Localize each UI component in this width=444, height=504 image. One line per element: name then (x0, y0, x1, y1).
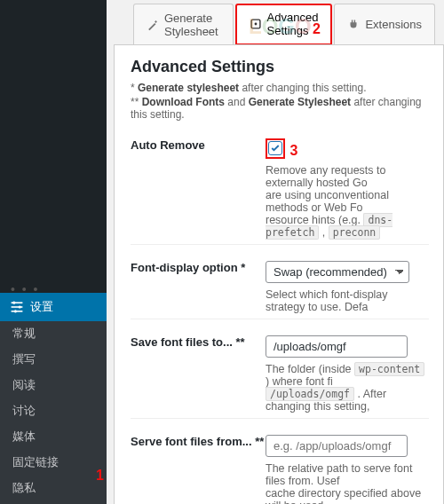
font-display-select[interactable]: Swap (recommended) (266, 261, 409, 283)
sidebar-item-reading[interactable]: 阅读 (0, 373, 107, 398)
sidebar-item-discussion[interactable]: 讨论 (0, 398, 107, 424)
annotation-1: 1 (96, 468, 104, 484)
row-save-to: Save font files to... ** The folder (ins… (131, 319, 429, 418)
row-serve-from: Serve font files from... ** The relative… (131, 418, 429, 504)
hint-2: ** Download Fonts and Generate Styleshee… (131, 96, 429, 121)
settings-icon (250, 18, 262, 30)
row-font-display: Font-display option * Swap (recommended)… (131, 244, 429, 319)
ellipsis-icon: • • • (0, 0, 107, 296)
help-font-display: Select which font-display strategy to us… (266, 288, 429, 313)
hint-1: * Generate stylesheet after changing thi… (131, 82, 429, 94)
sidebar-spacer: • • • (0, 0, 107, 293)
sidebar-item-writing[interactable]: 撰写 (0, 347, 107, 373)
auto-remove-checkbox[interactable] (268, 141, 282, 155)
annotation-2: 2 (313, 21, 321, 37)
tab-extensions[interactable]: Extensions (334, 4, 435, 44)
sidebar-item-label: 设置 (30, 299, 53, 315)
svg-point-5 (14, 310, 17, 312)
tab-bar: Generate Stylesheet Advanced Settings Ex… (107, 0, 444, 44)
wand-icon (147, 19, 159, 31)
svg-point-7 (254, 23, 257, 26)
settings-panel: Advanced Settings * Generate stylesheet … (114, 44, 444, 504)
row-auto-remove: Auto Remove 3 Remove any requests to ext… (131, 122, 429, 244)
serve-from-input[interactable] (266, 435, 408, 457)
admin-sidebar: • • • 设置 常规 撰写 阅读 讨论 媒体 固定链接 隐私 BBQ Fire… (0, 0, 107, 504)
page-title: Advanced Settings (131, 58, 429, 76)
svg-point-4 (19, 305, 21, 308)
help-auto-remove: Remove any requests to externally hosted… (266, 164, 429, 239)
sliders-icon (9, 299, 25, 315)
label-font-display: Font-display option * (131, 261, 266, 313)
sidebar-item-settings[interactable]: 设置 (0, 293, 107, 321)
svg-point-3 (12, 302, 15, 304)
sidebar-item-permalinks[interactable]: 固定链接 (0, 450, 107, 476)
plug-icon (347, 19, 360, 31)
sidebar-item-privacy[interactable]: 隐私 (0, 476, 107, 501)
sidebar-submenu: 常规 撰写 阅读 讨论 媒体 固定链接 隐私 BBQ Firewall Opti… (0, 321, 107, 504)
help-save-to: The folder (inside wp-content ) where fo… (266, 363, 429, 413)
highlight-box (266, 138, 285, 159)
main-content: Generate Stylesheet Advanced Settings Ex… (107, 0, 444, 504)
label-save-to: Save font files to... ** (131, 335, 266, 413)
save-to-input[interactable] (266, 335, 408, 358)
annotation-3: 3 (289, 143, 297, 158)
help-serve-from: The relative path to serve font files fr… (266, 462, 429, 504)
tab-generate-stylesheet[interactable]: Generate Stylesheet (133, 4, 234, 44)
sidebar-item-general[interactable]: 常规 (0, 321, 107, 347)
label-serve-from: Serve font files from... ** (131, 435, 266, 504)
label-auto-remove: Auto Remove (131, 138, 266, 239)
sidebar-item-media[interactable]: 媒体 (0, 424, 107, 450)
